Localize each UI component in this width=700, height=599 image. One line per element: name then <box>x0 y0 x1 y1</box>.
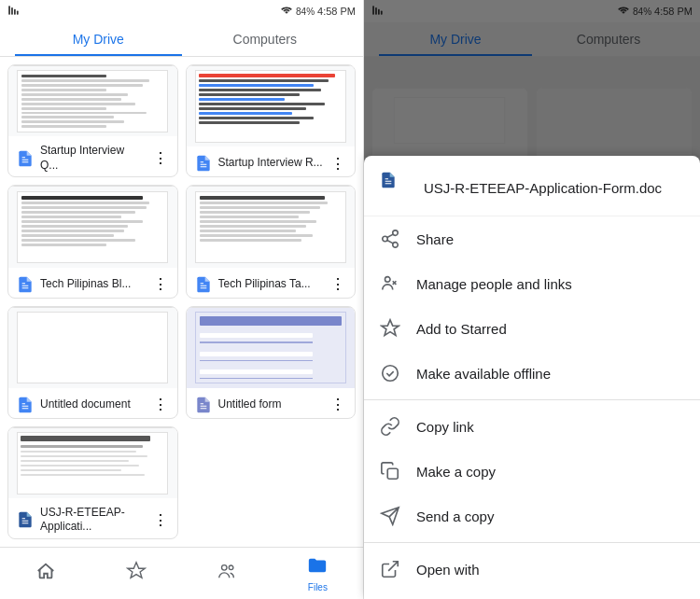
sheet-divider-1 <box>364 399 700 400</box>
file-name-1: Startup Interview Q... <box>40 144 146 173</box>
menu-manage[interactable]: Manage people and links <box>364 261 700 306</box>
tab-computers-left[interactable]: Computers <box>182 22 349 56</box>
status-bar-left: 84% 4:58 PM <box>0 0 363 22</box>
link-icon <box>379 415 401 438</box>
svg-rect-15 <box>387 468 398 479</box>
file-item-6[interactable]: Untitled form ⋮ <box>186 306 357 419</box>
file-menu-btn-1[interactable]: ⋮ <box>151 149 170 168</box>
docs-icon-2 <box>194 154 213 173</box>
nav-starred[interactable] <box>91 548 181 599</box>
file-item-7[interactable]: USJ-R-ETEEAP-Applicati... ⋮ <box>7 426 178 539</box>
menu-makecopy[interactable]: Make a copy <box>364 449 700 494</box>
manage-people-icon <box>379 272 401 295</box>
star-icon <box>379 317 401 340</box>
menu-copylink-label: Copy link <box>416 419 474 435</box>
svg-rect-2 <box>14 9 16 15</box>
battery-left: 84% <box>296 7 315 17</box>
svg-rect-0 <box>8 6 10 14</box>
status-right-left: 84% 4:58 PM <box>280 5 356 18</box>
svg-point-12 <box>393 243 399 248</box>
file-item-1[interactable]: Startup Interview Q... ⋮ <box>7 64 178 177</box>
copy-icon <box>379 460 401 482</box>
forms-icon-6 <box>194 396 213 414</box>
svg-point-14 <box>383 366 399 382</box>
file-menu-btn-5[interactable]: ⋮ <box>151 396 170 414</box>
sheet-divider-2 <box>364 542 700 543</box>
file-item-3[interactable]: Tech Pilipinas Bl... ⋮ <box>7 185 178 298</box>
status-left-icon <box>7 4 21 19</box>
menu-makecopy-label: Make a copy <box>416 464 496 480</box>
file-name-6: Untitled form <box>218 397 324 412</box>
menu-manage-label: Manage people and links <box>416 276 572 292</box>
nav-files[interactable]: Files <box>273 548 363 599</box>
nav-files-label: Files <box>308 582 328 592</box>
menu-sendcopy[interactable]: Send a copy <box>364 494 700 538</box>
file-name-4: Tech Pilipinas Ta... <box>218 277 324 292</box>
file-menu-btn-6[interactable]: ⋮ <box>329 396 347 414</box>
menu-star[interactable]: Add to Starred <box>364 306 700 351</box>
file-name-7: USJ-R-ETEEAP-Applicati... <box>40 506 146 535</box>
docs-icon-1 <box>16 149 35 168</box>
menu-sendcopy-label: Send a copy <box>416 508 494 524</box>
svg-rect-1 <box>11 7 13 15</box>
file-item-2[interactable]: Startup Interview R... ⋮ <box>186 64 357 177</box>
sheet-file-icon <box>379 171 413 204</box>
nav-shared[interactable] <box>182 548 273 599</box>
svg-point-13 <box>385 277 391 283</box>
file-menu-btn-7[interactable]: ⋮ <box>151 510 170 529</box>
file-grid: Startup Interview Q... ⋮ <box>0 57 363 547</box>
menu-openwith-label: Open with <box>416 562 480 578</box>
docs-icon-3 <box>16 275 35 294</box>
file-name-5: Untitled document <box>40 397 146 412</box>
menu-offline-label: Make available offline <box>416 366 551 382</box>
file-item-5[interactable]: Untitled document ⋮ <box>7 306 178 419</box>
left-panel: 84% 4:58 PM My Drive Computers <box>0 0 364 599</box>
word-icon-7 <box>16 510 35 529</box>
docs-icon-5 <box>16 396 35 414</box>
home-icon <box>35 561 56 586</box>
file-item-4[interactable]: Tech Pilipinas Ta... ⋮ <box>186 185 357 298</box>
right-panel: 84% 4:58 PM My Drive Computers Startup I… <box>364 0 700 599</box>
file-name-3: Tech Pilipinas Bl... <box>40 277 146 292</box>
sheet-file-name: USJ-R-ETEEAP-Application-Form.doc <box>424 180 662 196</box>
tab-mydrive-left[interactable]: My Drive <box>15 22 182 56</box>
share-icon <box>379 228 401 250</box>
svg-point-10 <box>393 230 399 236</box>
file-menu-btn-4[interactable]: ⋮ <box>329 275 347 294</box>
folder-icon <box>307 555 328 580</box>
menu-openwith[interactable]: Open with <box>364 547 700 592</box>
file-menu-btn-3[interactable]: ⋮ <box>151 275 170 294</box>
menu-star-label: Add to Starred <box>416 321 507 337</box>
svg-point-5 <box>229 565 233 570</box>
openwith-icon <box>379 558 401 580</box>
nav-home[interactable] <box>0 548 91 599</box>
people-icon <box>217 561 237 586</box>
wifi-icon-left <box>280 5 293 18</box>
bottom-nav: Files <box>0 547 363 599</box>
bottom-sheet: USJ-R-ETEEAP-Application-Form.doc Share … <box>364 156 700 599</box>
menu-share[interactable]: Share <box>364 216 700 261</box>
star-nav-icon <box>126 561 147 586</box>
menu-share-label: Share <box>416 231 454 247</box>
tabs-left: My Drive Computers <box>0 22 363 57</box>
menu-copylink[interactable]: Copy link <box>364 404 700 449</box>
svg-point-4 <box>222 565 228 571</box>
svg-point-11 <box>383 236 388 242</box>
file-name-2: Startup Interview R... <box>218 156 324 171</box>
menu-offline[interactable]: Make available offline <box>364 351 700 396</box>
time-left: 4:58 PM <box>317 6 356 17</box>
offline-icon <box>379 362 401 384</box>
svg-rect-3 <box>17 11 19 15</box>
sheet-file-header: USJ-R-ETEEAP-Application-Form.doc <box>364 156 700 216</box>
docs-icon-4 <box>194 275 213 294</box>
send-icon <box>379 505 401 527</box>
file-menu-btn-2[interactable]: ⋮ <box>329 154 347 173</box>
